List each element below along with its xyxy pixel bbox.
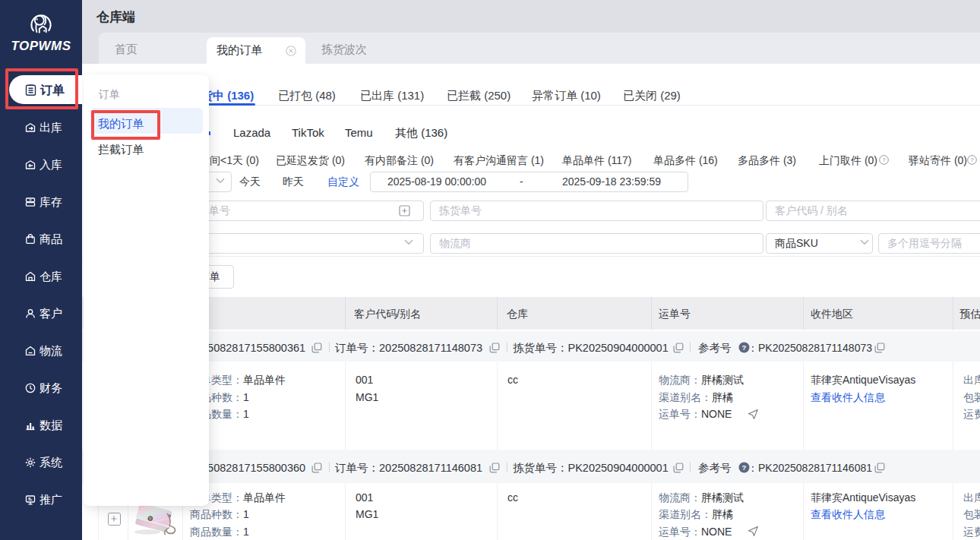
svg-text:?: ? xyxy=(742,343,747,352)
svg-text:?: ? xyxy=(742,463,747,472)
svg-text:?: ? xyxy=(970,156,974,163)
svg-text:?: ? xyxy=(882,156,886,163)
